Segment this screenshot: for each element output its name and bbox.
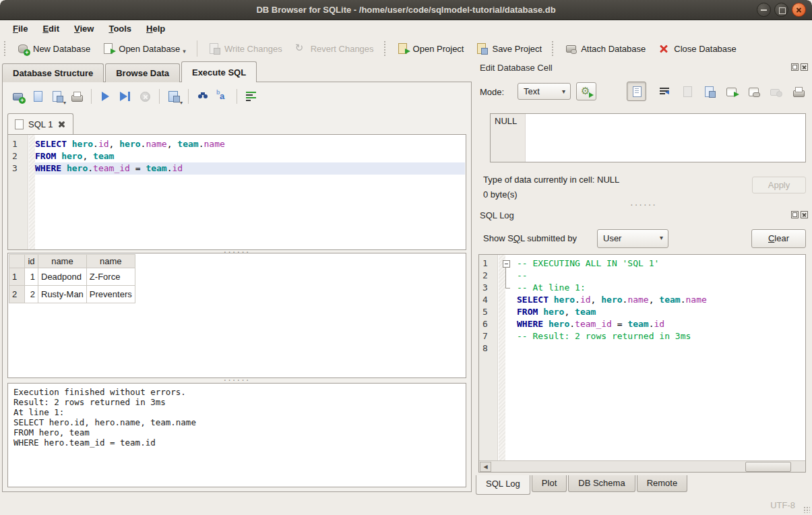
sql-editor[interactable]: 1SELECT hero.id, hero.name, team.name2FR… (7, 134, 466, 250)
word-wrap-button[interactable] (658, 85, 672, 98)
menu-help[interactable]: Help (139, 22, 173, 35)
close-button[interactable] (792, 3, 806, 17)
cell[interactable]: Preventers (86, 286, 135, 303)
close-database-button[interactable]: Close Database (652, 40, 743, 57)
text-document-button[interactable] (627, 82, 646, 101)
mode-select-value: Text (524, 86, 540, 96)
toolbar-separator (188, 89, 189, 104)
save-project-button[interactable]: Save Project (470, 40, 548, 57)
print-cell-icon (792, 86, 805, 98)
close-tab-icon[interactable] (57, 120, 66, 129)
sql-source-select[interactable]: User (597, 229, 668, 248)
tab-sql-log[interactable]: SQL Log (476, 475, 530, 495)
tab-execute-sql[interactable]: Execute SQL (181, 61, 257, 82)
log-line: At line 1: (13, 407, 460, 417)
tab-db-schema[interactable]: DB Schema (568, 475, 635, 492)
fold-marker[interactable] (502, 282, 513, 294)
close-dock-icon[interactable] (801, 63, 808, 71)
mode-select[interactable]: Text (518, 83, 571, 100)
save-as-button[interactable] (703, 85, 716, 98)
main-tab-bar: Database StructureBrowse DataExecute SQL (2, 61, 258, 82)
dock-splitter[interactable]: ······ (475, 203, 812, 208)
find-button[interactable] (194, 88, 212, 105)
results-grid[interactable]: idnamename11DeadpondZ-Force22Rusty-ManPr… (7, 253, 466, 378)
open-project-button[interactable]: Open Project (391, 40, 470, 57)
menu-tools[interactable]: Tools (101, 22, 139, 35)
line-number: 2 (8, 150, 26, 162)
clear-log-button[interactable]: Clear (751, 229, 806, 248)
menu-file[interactable]: File (5, 22, 35, 35)
open-database-icon (102, 42, 115, 55)
tab-database-structure[interactable]: Database Structure (2, 63, 104, 82)
results-log-splitter[interactable]: ······ (3, 378, 471, 383)
title-bar[interactable]: DB Browser for SQLite - /home/user/code/… (0, 0, 812, 20)
write-changes-button: Write Changes (202, 40, 288, 57)
tab-remote[interactable]: Remote (637, 475, 688, 492)
indent-button[interactable] (243, 88, 260, 105)
sql-document-icon (15, 119, 24, 129)
resize-grip[interactable] (803, 506, 810, 513)
scroll-left-arrow-icon[interactable]: ◀ (480, 462, 491, 472)
dropdown-caret-icon[interactable]: ▾ (63, 100, 66, 106)
toolbar-drag-handle (4, 41, 7, 56)
column-header-name[interactable]: name (86, 255, 135, 268)
scrollbar-thumb[interactable] (745, 462, 791, 472)
dropdown-caret-icon[interactable]: ▾ (180, 100, 183, 106)
maximize-button[interactable] (774, 3, 788, 17)
cell[interactable]: Deadpond (38, 268, 87, 286)
open-sql-file-button[interactable] (29, 88, 46, 105)
code-line: 1-- EXECUTING ALL IN 'SQL 1' (517, 258, 805, 270)
close-dock-icon[interactable] (801, 211, 808, 218)
execution-status-log[interactable]: Execution finished without errors.Result… (7, 383, 466, 487)
cell[interactable]: Z-Force (86, 268, 135, 286)
toolbar-separator (159, 89, 160, 104)
save-sql-file-button[interactable]: ▾ (49, 88, 66, 105)
open-sql-file-icon (32, 90, 44, 102)
new-database-button[interactable]: New Database (11, 40, 96, 57)
encoding-indicator[interactable]: UTF-8 (770, 500, 795, 510)
row-header[interactable]: 2 (9, 286, 25, 303)
menu-edit[interactable]: Edit (35, 22, 67, 35)
link-cell-button[interactable] (747, 85, 761, 98)
fold-marker[interactable] (502, 270, 513, 282)
log-horizontal-scrollbar[interactable]: ◀ ▶ (479, 460, 805, 472)
attach-database-button[interactable]: Attach Database (559, 40, 652, 57)
sql-log-view[interactable]: 1-- EXECUTING ALL IN 'SQL 1'2--3-- At li… (478, 254, 806, 473)
execute-all-button[interactable] (97, 88, 115, 105)
log-line: FROM hero, team (13, 427, 460, 437)
cell[interactable]: 2 (25, 286, 38, 303)
fold-marker[interactable] (502, 258, 513, 270)
print-sql-button[interactable] (68, 88, 86, 105)
print-cell-button[interactable] (792, 85, 805, 98)
menu-view[interactable]: View (67, 22, 101, 35)
cell[interactable]: 1 (25, 268, 38, 286)
stop-icon (140, 92, 150, 102)
line-number: 4 (479, 294, 495, 306)
column-header-name[interactable]: name (38, 255, 87, 268)
stop-button (136, 88, 154, 105)
tab-plot[interactable]: Plot (532, 475, 567, 492)
new-sql-tab-button[interactable] (9, 88, 27, 105)
float-dock-icon[interactable] (791, 63, 799, 71)
table-row[interactable]: 22Rusty-ManPreventers (9, 286, 135, 303)
open-database-button[interactable]: Open Database▾ (96, 40, 192, 57)
toolbar-separator (237, 89, 237, 104)
cell[interactable]: Rusty-Man (38, 286, 87, 303)
row-header-corner[interactable] (9, 255, 25, 268)
table-row[interactable]: 11DeadpondZ-Force (9, 268, 135, 286)
format-button[interactable] (214, 88, 231, 105)
row-header[interactable]: 1 (9, 268, 25, 286)
open-in-external-button[interactable] (725, 85, 739, 98)
minimize-button[interactable] (757, 3, 771, 17)
save-results-button[interactable]: ▾ (165, 88, 183, 105)
column-header-id[interactable]: id (25, 255, 38, 268)
auto-switch-mode-button[interactable] (576, 82, 596, 100)
float-dock-icon[interactable] (791, 211, 799, 218)
cell-value-editor[interactable]: NULL (490, 113, 806, 162)
editor-fold-margin (29, 135, 35, 249)
execute-line-button[interactable] (117, 88, 134, 105)
link-cell-icon (748, 86, 760, 98)
dropdown-caret-icon[interactable]: ▾ (183, 48, 186, 55)
tab-sql-1[interactable]: SQL 1 (7, 113, 73, 134)
tab-browse-data[interactable]: Browse Data (105, 63, 180, 82)
